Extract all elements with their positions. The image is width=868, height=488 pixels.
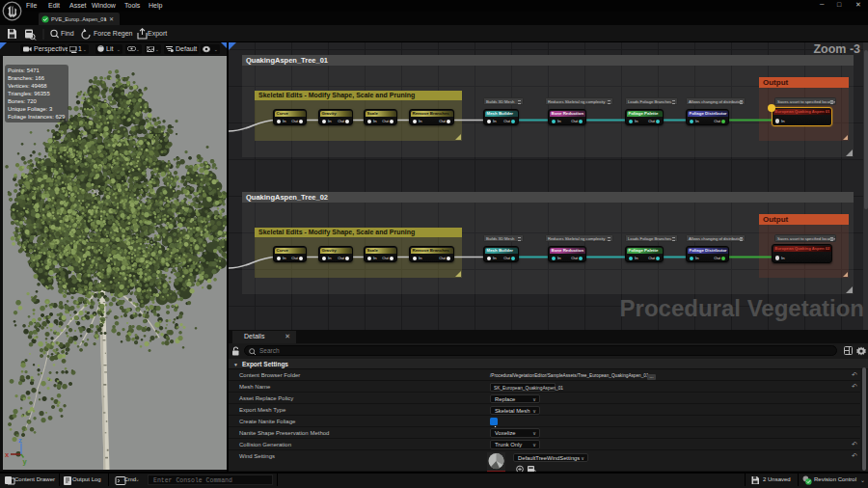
- svg-text:z: z: [18, 438, 22, 445]
- svg-text:y: y: [23, 457, 28, 466]
- svg-text:x: x: [5, 450, 10, 459]
